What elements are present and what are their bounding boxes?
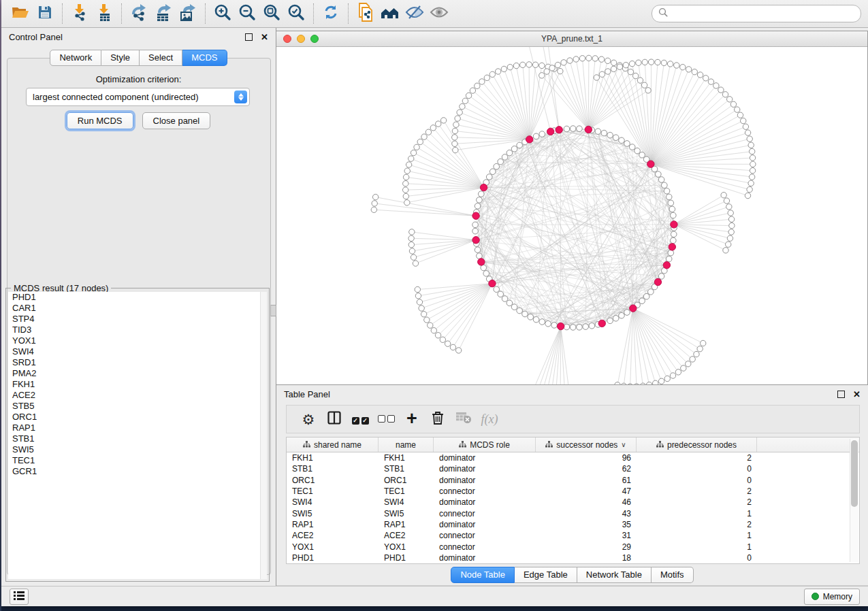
gear-icon: ⚙	[302, 412, 315, 427]
zoom-out-button[interactable]	[235, 3, 259, 24]
tab-network[interactable]: Network	[50, 50, 101, 66]
tab-edge-table[interactable]: Edge Table	[515, 567, 577, 583]
toolbar-separator	[313, 3, 314, 24]
create-column-button[interactable]: +	[399, 408, 425, 431]
network-canvas[interactable]	[276, 47, 867, 384]
tab-motifs[interactable]: Motifs	[652, 567, 694, 583]
export-network-button[interactable]	[127, 3, 151, 24]
show-columns-button[interactable]	[321, 408, 347, 431]
cell-shared-name: ORC1	[287, 476, 379, 485]
split-divider-handle[interactable]	[270, 305, 276, 316]
delete-column-button[interactable]	[425, 408, 451, 431]
mcds-items-container: PHD1CAR1STP4TID3YOX1SWI4SRD1PMA2FKH1ACE2…	[8, 292, 267, 477]
table-panel-titlebar: Table Panel ✕	[276, 385, 868, 403]
mcds-list-scrollbar[interactable]	[260, 292, 267, 579]
mcds-result-item[interactable]: STB5	[8, 401, 267, 412]
float-table-panel-button[interactable]	[837, 391, 853, 398]
select-all-columns-button[interactable]: ✓✓	[347, 408, 373, 431]
memory-button[interactable]: Memory	[804, 589, 860, 605]
criterion-dropdown[interactable]: largest connected component (undirected)	[26, 88, 250, 106]
mcds-result-item[interactable]: ORC1	[8, 412, 267, 423]
tab-mcds[interactable]: MCDS	[182, 50, 227, 66]
refresh-button[interactable]	[319, 3, 343, 24]
clone-network-button[interactable]	[353, 3, 378, 24]
minimize-window-icon[interactable]	[297, 35, 305, 43]
tab-select[interactable]: Select	[140, 50, 182, 66]
network-frame-titlebar[interactable]: YPA_prune.txt_1	[276, 31, 867, 47]
maximize-window-icon[interactable]	[310, 35, 319, 43]
column-header-shared-name[interactable]: shared name	[287, 437, 379, 452]
tab-style[interactable]: Style	[101, 50, 140, 66]
cell-MCDS-role: dominator	[434, 553, 536, 563]
close-table-panel-button[interactable]: ✕	[853, 390, 861, 399]
tab-network-table[interactable]: Network Table	[577, 567, 652, 583]
mcds-result-item[interactable]: ACE2	[8, 390, 267, 401]
mcds-result-item[interactable]: FKH1	[8, 379, 267, 390]
open-session-button[interactable]	[8, 3, 33, 24]
mcds-result-item[interactable]: YOX1	[8, 335, 267, 346]
close-panel-button[interactable]: ✕	[261, 33, 268, 42]
table-row-RAP1[interactable]: RAP1RAP1dominator352	[287, 519, 859, 530]
mcds-result-item[interactable]: SRD1	[8, 357, 267, 368]
column-header-successor-nodes[interactable]: successor nodes∨	[536, 437, 637, 452]
mcds-result-item[interactable]: PHD1	[8, 292, 267, 303]
mcds-result-item[interactable]: TID3	[8, 325, 267, 335]
table-row-ACE2[interactable]: ACE2ACE2connector311	[287, 530, 859, 541]
mcds-result-item[interactable]: STB1	[8, 433, 267, 444]
optimization-criterion-label: Optimization criterion:	[1, 74, 276, 84]
close-mcds-panel-button[interactable]: Close panel	[142, 112, 211, 129]
eye-slash-icon	[405, 4, 424, 23]
table-row-STB1[interactable]: STB1STB1dominator620	[287, 463, 859, 474]
zoom-in-button[interactable]	[210, 3, 235, 24]
first-neighbors-button[interactable]	[378, 3, 402, 24]
mcds-result-item[interactable]: CAR1	[8, 303, 267, 314]
column-header-name[interactable]: name	[379, 437, 434, 452]
export-image-button[interactable]	[176, 3, 200, 24]
column-header-MCDS-role[interactable]: MCDS role	[434, 437, 536, 452]
table-row-SWI5[interactable]: SWI5SWI5connector431	[287, 508, 859, 518]
table-row-YOX1[interactable]: YOX1YOX1connector291	[287, 541, 859, 552]
table-row-TEC1[interactable]: TEC1TEC1connector472	[287, 486, 859, 497]
table-options-button[interactable]: ⚙	[295, 408, 321, 431]
column-label: name	[396, 440, 416, 450]
mcds-result-item[interactable]: SWI4	[8, 346, 267, 357]
mcds-result-item[interactable]: SWI5	[8, 444, 267, 455]
table-row-FKH1[interactable]: FKH1FKH1dominator962	[287, 452, 859, 463]
cell-predecessor-nodes: 1	[637, 531, 757, 540]
task-history-button[interactable]	[10, 589, 29, 605]
zoom-selected-button[interactable]	[284, 3, 308, 24]
table-row-PHD1[interactable]: PHD1PHD1dominator180	[287, 552, 859, 563]
show-graphics-details-button[interactable]	[427, 3, 451, 24]
cytoscape-window: Control Panel ✕ NetworkStyleSelectMCDS O…	[1, 0, 868, 606]
network-graph	[276, 47, 867, 384]
run-mcds-button[interactable]: Run MCDS	[67, 112, 133, 129]
table-scrollbar-thumb[interactable]	[851, 440, 858, 507]
mcds-result-item[interactable]: RAP1	[8, 423, 267, 433]
global-search-field[interactable]	[652, 5, 861, 22]
import-table-icon	[96, 3, 112, 24]
mcds-result-item[interactable]: GCR1	[8, 466, 267, 477]
cell-predecessor-nodes: 1	[637, 542, 757, 552]
cell-successor-nodes: 35	[536, 520, 637, 529]
table-row-SWI4[interactable]: SWI4SWI4dominator462	[287, 497, 859, 508]
table-panel-tabs: Node TableEdge TableNetwork TableMotifs	[276, 564, 868, 586]
table-row-ORC1[interactable]: ORC1ORC1dominator610	[287, 475, 859, 486]
import-table-button[interactable]	[92, 3, 116, 24]
save-session-button[interactable]	[33, 3, 57, 24]
mcds-result-list[interactable]: PHD1CAR1STP4TID3YOX1SWI4SRD1PMA2FKH1ACE2…	[8, 292, 267, 579]
column-header-predecessor-nodes[interactable]: predecessor nodes	[637, 437, 757, 452]
zoom-fit-button[interactable]	[259, 3, 284, 24]
export-table-button[interactable]	[151, 3, 176, 24]
unselect-all-columns-button[interactable]	[373, 408, 399, 431]
mcds-result-item[interactable]: TEC1	[8, 455, 267, 466]
import-network-button[interactable]	[67, 3, 92, 24]
close-window-icon[interactable]	[283, 35, 291, 43]
search-input[interactable]	[671, 8, 854, 19]
mcds-result-item[interactable]: STP4	[8, 314, 267, 325]
tab-node-table[interactable]: Node Table	[451, 567, 515, 583]
hide-selected-button[interactable]	[402, 3, 427, 24]
float-panel-button[interactable]	[245, 33, 261, 41]
table-scrollbar[interactable]	[850, 439, 858, 562]
mcds-result-item[interactable]: PMA2	[8, 368, 267, 379]
cell-name: TEC1	[379, 486, 434, 496]
